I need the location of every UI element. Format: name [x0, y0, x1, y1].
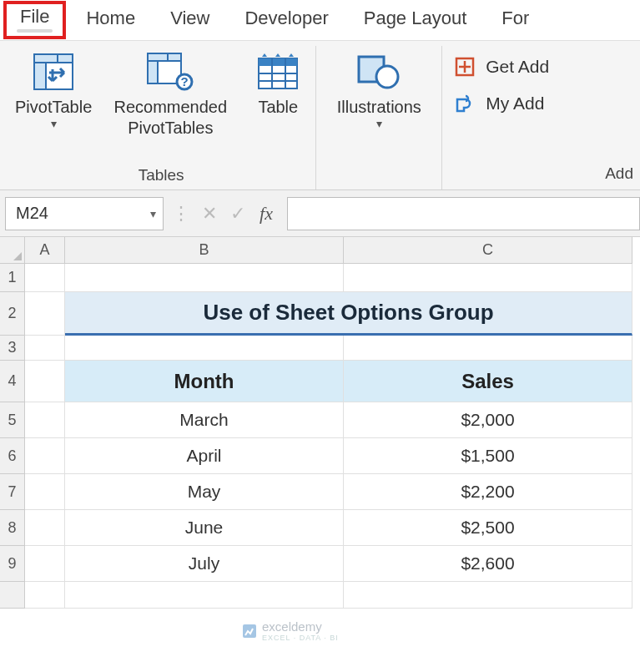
row-header[interactable]: 5: [0, 402, 25, 438]
pivottable-button[interactable]: PivotTable ▾: [15, 48, 92, 130]
row-header[interactable]: 1: [0, 264, 25, 292]
svg-text:?: ?: [181, 74, 189, 88]
svg-rect-1: [34, 54, 73, 63]
table-header-month[interactable]: Month: [65, 361, 344, 402]
cell[interactable]: [65, 582, 344, 609]
table-cell-sales[interactable]: $2,600: [344, 546, 632, 582]
ribbon-group-illustrations: Illustrations ▾: [316, 46, 442, 189]
formula-bar: M24 ▾ ⋮ ✕ ✓ fx: [0, 190, 640, 237]
svg-rect-5: [148, 53, 181, 61]
recommended-label-2: PivotTables: [128, 119, 213, 138]
fx-icon[interactable]: fx: [254, 203, 279, 225]
ribbon-tabs: File Home View Developer Page Layout For: [0, 0, 640, 40]
cell[interactable]: [25, 438, 65, 474]
row-header[interactable]: [0, 582, 25, 609]
pivottable-icon: [33, 48, 74, 96]
get-addins-label: Get Add: [486, 57, 549, 77]
row-header[interactable]: 9: [0, 546, 25, 582]
cell[interactable]: [25, 582, 65, 609]
title-cell[interactable]: Use of Sheet Options Group: [65, 292, 632, 336]
chevron-down-icon: ▾: [51, 117, 57, 130]
cell[interactable]: [65, 264, 344, 292]
chevron-down-icon: ▾: [150, 207, 156, 220]
col-header-A[interactable]: A: [25, 237, 65, 264]
table-cell-sales[interactable]: $2,200: [344, 474, 632, 510]
select-all-corner[interactable]: [0, 237, 25, 264]
cell[interactable]: [65, 336, 344, 361]
ribbon-group-addins: Get Add My Add Add: [442, 46, 640, 189]
ribbon: PivotTable ▾ ? Recommended PivotTables: [0, 40, 640, 190]
spreadsheet-grid[interactable]: A B C 1 2 Use of Sheet Options Group 3 4…: [0, 237, 640, 609]
tab-view[interactable]: View: [160, 4, 219, 36]
tab-developer[interactable]: Developer: [234, 4, 338, 36]
table-label: Table: [258, 98, 298, 117]
cell[interactable]: [25, 264, 65, 292]
svg-rect-2: [34, 63, 46, 89]
row-header[interactable]: 6: [0, 438, 25, 474]
illustrations-button[interactable]: Illustrations ▾: [325, 48, 433, 130]
tab-home[interactable]: Home: [76, 4, 145, 36]
cell[interactable]: [25, 402, 65, 438]
name-box[interactable]: M24 ▾: [5, 197, 164, 230]
svg-point-20: [376, 66, 398, 88]
svg-rect-6: [148, 61, 158, 83]
tab-formulas[interactable]: For: [491, 4, 539, 36]
formula-bar-buttons: ⋮ ✕ ✓ fx: [169, 203, 279, 225]
cell[interactable]: [25, 474, 65, 510]
my-addins-icon: [454, 93, 477, 114]
svg-marker-18: [289, 53, 294, 57]
row-header[interactable]: 4: [0, 361, 25, 402]
cell[interactable]: [344, 336, 632, 361]
svg-rect-11: [259, 58, 297, 66]
cancel-icon[interactable]: ✕: [197, 203, 222, 225]
svg-marker-17: [275, 53, 280, 57]
row-header[interactable]: 8: [0, 510, 25, 546]
formula-input[interactable]: [287, 197, 640, 230]
recommended-pivottables-button[interactable]: ? Recommended PivotTables: [103, 48, 237, 138]
group-label-tables: Tables: [139, 166, 184, 186]
ribbon-group-tables: PivotTable ▾ ? Recommended PivotTables: [0, 46, 316, 189]
tab-page-layout[interactable]: Page Layout: [354, 4, 477, 36]
table-cell-month[interactable]: July: [65, 546, 344, 582]
group-label-illustrations: [377, 166, 381, 186]
table-cell-month[interactable]: April: [65, 438, 344, 474]
table-cell-month[interactable]: May: [65, 474, 344, 510]
recommended-pivottables-icon: ?: [146, 48, 194, 96]
table-button[interactable]: Table: [249, 48, 307, 117]
table-cell-sales[interactable]: $2,000: [344, 402, 632, 438]
tab-file[interactable]: File: [3, 1, 66, 39]
table-cell-month[interactable]: June: [65, 510, 344, 546]
group-label-addins: Add: [454, 164, 640, 186]
svg-marker-16: [262, 53, 267, 57]
name-box-value: M24: [16, 204, 48, 223]
accept-icon[interactable]: ✓: [225, 203, 250, 225]
table-icon: [257, 48, 299, 96]
row-header[interactable]: 3: [0, 336, 25, 361]
row-header[interactable]: 2: [0, 292, 25, 336]
cell[interactable]: [25, 292, 65, 336]
more-icon[interactable]: ⋮: [169, 203, 194, 225]
chevron-down-icon: ▾: [376, 117, 382, 130]
table-header-sales[interactable]: Sales: [344, 361, 632, 402]
cell[interactable]: [344, 582, 632, 609]
table-cell-month[interactable]: March: [65, 402, 344, 438]
my-addins-label: My Add: [486, 93, 544, 114]
cell[interactable]: [25, 336, 65, 361]
get-addins-button[interactable]: Get Add: [454, 56, 640, 78]
cell[interactable]: [344, 264, 632, 292]
cell[interactable]: [25, 546, 65, 582]
table-cell-sales[interactable]: $2,500: [344, 510, 632, 546]
table-cell-sales[interactable]: $1,500: [344, 438, 632, 474]
cell[interactable]: [25, 361, 65, 402]
get-addins-icon: [454, 56, 477, 78]
illustrations-icon: [354, 48, 404, 96]
row-header[interactable]: 7: [0, 474, 25, 510]
col-header-C[interactable]: C: [344, 237, 632, 264]
illustrations-label: Illustrations: [337, 98, 421, 117]
cell[interactable]: [25, 510, 65, 546]
my-addins-button[interactable]: My Add: [454, 93, 640, 114]
col-header-B[interactable]: B: [65, 237, 344, 264]
recommended-label-1: Recommended: [113, 98, 227, 117]
pivottable-label: PivotTable: [15, 98, 92, 117]
